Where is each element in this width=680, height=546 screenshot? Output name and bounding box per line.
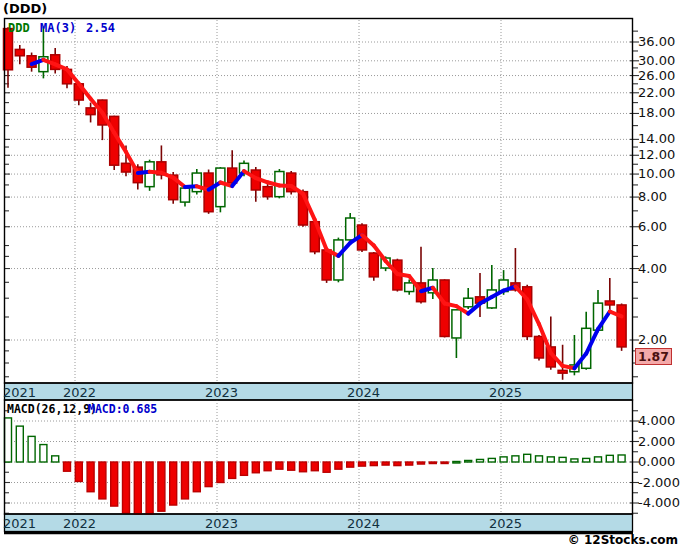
price-axis-label: 14.00 bbox=[638, 132, 675, 146]
macd-bar-negative bbox=[158, 462, 165, 511]
macd-bar-negative bbox=[382, 462, 389, 465]
macd-legend-params: MACD(26,12,9) bbox=[7, 402, 97, 416]
page-title: (DDD) bbox=[3, 1, 47, 16]
macd-bar-positive bbox=[536, 456, 543, 462]
legend-ma-value: 2.54 bbox=[86, 21, 115, 35]
last-price-badge: 1.87 bbox=[635, 348, 672, 365]
candle-up bbox=[346, 213, 355, 242]
macd-axis-label: 0.000 bbox=[638, 455, 675, 469]
macd-bar-positive bbox=[465, 460, 472, 462]
macd-bar-negative bbox=[288, 462, 295, 470]
ma-line bbox=[32, 60, 622, 369]
candle-up bbox=[452, 309, 461, 358]
candle-body bbox=[322, 250, 331, 280]
year-label-bottom: 2023 bbox=[205, 516, 238, 531]
price-axis-label: 8.00 bbox=[638, 190, 667, 204]
macd-bar-negative bbox=[300, 462, 307, 472]
candle-down bbox=[251, 167, 260, 202]
x-axis-band-bottom bbox=[5, 514, 633, 532]
candle-down bbox=[51, 48, 60, 74]
macd-bar-positive bbox=[618, 455, 625, 462]
price-axis-label: 4.00 bbox=[638, 262, 667, 276]
candle-down bbox=[417, 247, 426, 304]
legend-symbol: DDD bbox=[8, 21, 30, 35]
macd-legend-value: MACD:0.685 bbox=[88, 402, 157, 416]
candle-body bbox=[86, 108, 95, 115]
macd-axis-label: 2.000 bbox=[638, 435, 675, 449]
macd-bar-negative bbox=[347, 462, 354, 467]
year-label-bottom: 2022 bbox=[63, 516, 96, 531]
macd-bar-negative bbox=[217, 462, 224, 483]
macd-bar-positive bbox=[524, 454, 531, 462]
macd-bar-negative bbox=[87, 462, 94, 492]
candle-body bbox=[181, 188, 190, 202]
year-label-top: 2023 bbox=[205, 385, 238, 400]
macd-bar-positive bbox=[512, 456, 519, 462]
year-label-top: 2025 bbox=[489, 385, 522, 400]
macd-bar-negative bbox=[241, 462, 248, 475]
candle-down bbox=[617, 303, 626, 350]
macd-bar-negative bbox=[441, 462, 448, 464]
macd-bar-negative bbox=[335, 462, 342, 469]
macd-bar-positive bbox=[500, 457, 507, 462]
price-axis-label: 2.00 bbox=[638, 333, 667, 347]
candle-body bbox=[535, 336, 544, 358]
candle-up bbox=[216, 167, 225, 212]
macd-bar-negative bbox=[193, 462, 200, 492]
year-label-bottom: 2021 bbox=[3, 516, 36, 531]
price-axis-label: 26.00 bbox=[638, 69, 675, 83]
macd-bar-negative bbox=[229, 462, 236, 478]
macd-bar-positive bbox=[595, 457, 602, 462]
macd-bar-positive bbox=[28, 436, 35, 462]
candle-down bbox=[369, 252, 378, 281]
x-axis-band-top bbox=[5, 383, 633, 400]
legend-ma-label: MA(3) bbox=[40, 21, 76, 35]
macd-bar-positive bbox=[559, 457, 566, 462]
macd-bar-negative bbox=[359, 462, 366, 466]
macd-bar-negative bbox=[123, 462, 130, 513]
copyright-link[interactable]: © 12Stocks.com bbox=[568, 533, 678, 546]
macd-bar-positive bbox=[606, 455, 613, 462]
candle-body bbox=[558, 370, 567, 373]
year-label-top: 2024 bbox=[347, 385, 380, 400]
macd-bar-negative bbox=[429, 462, 436, 464]
candle-up bbox=[145, 160, 154, 191]
macd-bar-positive bbox=[571, 459, 578, 462]
candle-body bbox=[346, 218, 355, 240]
price-axis-label: 10.00 bbox=[638, 167, 675, 181]
macd-bar-positive bbox=[453, 461, 460, 463]
macd-bar-negative bbox=[406, 462, 413, 465]
candle-body bbox=[334, 240, 343, 280]
macd-axis-label: 4.000 bbox=[638, 414, 675, 428]
price-axis-label: 30.00 bbox=[638, 54, 675, 68]
macd-bar-negative bbox=[182, 462, 189, 499]
candle-up bbox=[334, 238, 343, 283]
candle-down bbox=[287, 171, 296, 195]
candle-down bbox=[86, 103, 95, 123]
candle-body bbox=[122, 163, 131, 172]
macd-bar-negative bbox=[146, 462, 153, 514]
candle-body bbox=[452, 310, 461, 338]
candle-up bbox=[464, 288, 473, 309]
year-label-bottom: 2024 bbox=[347, 516, 380, 531]
candle-body bbox=[145, 162, 154, 187]
macd-bar-negative bbox=[75, 462, 82, 481]
macd-bar-negative bbox=[394, 462, 401, 466]
macd-bar-negative bbox=[370, 462, 377, 466]
macd-bar-positive bbox=[40, 445, 47, 462]
candle-down bbox=[15, 45, 24, 64]
candle-down bbox=[605, 278, 614, 310]
candle-body bbox=[15, 49, 24, 55]
candle-up bbox=[192, 169, 201, 194]
macd-bar-negative bbox=[111, 462, 118, 506]
macd-bar-negative bbox=[311, 462, 318, 471]
macd-bar-negative bbox=[205, 462, 212, 487]
price-axis-label: 12.00 bbox=[638, 148, 675, 162]
year-label-top: 2021 bbox=[3, 385, 36, 400]
macd-bar-negative bbox=[323, 462, 330, 472]
candle-body bbox=[216, 168, 225, 207]
price-axis-label: 36.00 bbox=[638, 35, 675, 49]
macd-bar-positive bbox=[16, 426, 23, 462]
macd-bar-negative bbox=[99, 462, 106, 499]
candle-body bbox=[464, 298, 473, 307]
